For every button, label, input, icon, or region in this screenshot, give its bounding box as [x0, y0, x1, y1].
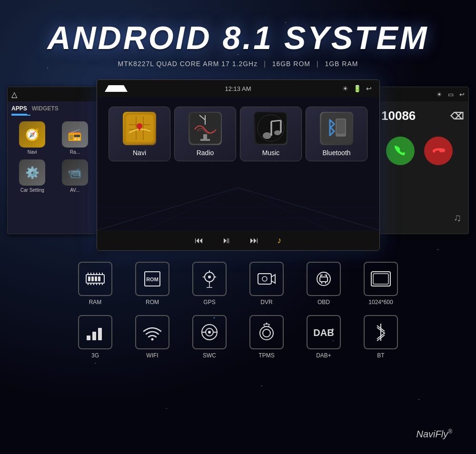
center-app-bluetooth[interactable]: ᛒ Bluetooth [306, 107, 367, 161]
svg-point-81 [208, 331, 211, 334]
separator2: | [317, 60, 319, 68]
dvr-label: DVR [260, 299, 272, 306]
svg-line-32 [238, 188, 329, 230]
navi-app-icon [123, 112, 156, 145]
svg-rect-75 [98, 328, 102, 340]
svg-rect-64 [258, 274, 271, 284]
svg-rect-73 [87, 336, 90, 340]
dab-icon: DAB + [312, 324, 336, 341]
right-music-icon: ♫ [454, 212, 462, 224]
svg-line-33 [192, 188, 238, 230]
svg-text:ᛒ: ᛒ [326, 118, 337, 138]
brand-name: NaviFly [416, 429, 448, 439]
svg-line-29 [97, 188, 238, 230]
left-app-settings[interactable]: ⚙️ Car Setting [13, 159, 51, 193]
svg-point-20 [263, 132, 271, 139]
svg-line-31 [144, 188, 238, 230]
next-button[interactable]: ⏭ [250, 236, 258, 246]
center-app-navi[interactable]: Navi [109, 107, 170, 161]
svg-text:+: + [331, 326, 334, 332]
svg-marker-65 [271, 275, 275, 283]
battery-r-icon: ▭ [448, 91, 454, 98]
gps-icon [199, 268, 220, 289]
wifi-label: WIFI [146, 352, 158, 359]
feature-resolution: 1024*600 [359, 262, 402, 306]
resolution-box [364, 262, 398, 296]
perspective-floor [97, 188, 379, 230]
bt-icon [372, 322, 389, 343]
bluetooth-app-label: Bluetooth [322, 149, 350, 157]
accept-call-button[interactable] [386, 137, 415, 165]
left-app-radio[interactable]: 📻 Ra... [56, 121, 94, 155]
left-app-navi[interactable]: 🧭 Navi [13, 121, 51, 155]
center-app-music[interactable]: Music [240, 107, 302, 161]
svg-rect-12 [200, 139, 210, 141]
rom-box: ROM [135, 262, 169, 296]
home-icon: △ [11, 90, 17, 99]
tab-widgets[interactable]: WIDGETS [32, 105, 59, 115]
svg-point-67 [317, 272, 330, 286]
backspace-icon[interactable]: ⌫ [450, 110, 464, 122]
wifi-box [135, 315, 169, 349]
gps-box [192, 262, 227, 296]
tab-apps[interactable]: APPS [11, 105, 27, 115]
phone-number-text: 10086 [381, 109, 416, 123]
center-time: 12:13 AM [218, 80, 259, 97]
tpms-box [249, 315, 284, 349]
settings-label: Car Setting [20, 188, 44, 193]
swc-icon [199, 322, 220, 343]
left-screen: △ APPS WIDGETS 🧭 Navi 📻 Ra... ⚙️ Car Set… [7, 87, 100, 234]
brand-registered: ® [448, 428, 452, 435]
features-row-2: 3G WIFI [74, 315, 402, 359]
3g-box [78, 315, 112, 349]
feature-ram: RAM [74, 262, 117, 306]
brightness-icon: ☀ [342, 85, 348, 92]
svg-point-83 [263, 329, 270, 337]
left-app-av[interactable]: 📹 AV... [56, 159, 94, 193]
radio-app-label: Radio [197, 149, 214, 157]
prev-button[interactable]: ⏮ [195, 236, 203, 246]
bt-label: BT [377, 352, 384, 359]
feature-bt: BT [359, 315, 402, 359]
av-icon-box: 📹 [62, 159, 88, 186]
back-icon: ↩ [366, 85, 372, 92]
3g-label: 3G [91, 352, 99, 359]
play-pause-button[interactable]: ⏯ [222, 236, 231, 246]
svg-line-34 [238, 188, 287, 230]
dvr-box [249, 262, 284, 296]
resolution-label: 1024*600 [368, 299, 393, 306]
phone-accept-icon [394, 144, 407, 158]
bt-box [364, 315, 398, 349]
av-label: AV... [70, 188, 79, 193]
feature-wifi: WIFI [131, 315, 174, 359]
tpms-icon [257, 322, 276, 343]
bluetooth-app-icon: ᛒ [320, 112, 353, 145]
navi-icon-box: 🧭 [19, 121, 45, 148]
center-screen: 12:13 AM ☀ 🔋 ↩ [97, 79, 380, 251]
call-buttons [377, 127, 468, 175]
obd-box [307, 262, 341, 296]
features-row-1: RAM ROM ROM [74, 262, 402, 306]
decline-call-button[interactable] [424, 137, 453, 165]
dab-box: DAB + [307, 315, 341, 349]
ram-box [78, 262, 112, 296]
center-app-radio[interactable]: Radio [174, 107, 236, 161]
navi-label: Navi [28, 149, 37, 155]
right-screen: ☀ ▭ ↩ 10086 ⌫ ♫ [376, 87, 469, 234]
center-top-bar: 12:13 AM ☀ 🔋 ↩ [97, 80, 379, 97]
svg-rect-68 [320, 277, 327, 282]
ram-icon [85, 271, 105, 287]
obd-label: OBD [317, 299, 330, 306]
battery-icon: 🔋 [353, 85, 361, 92]
svg-rect-72 [373, 274, 388, 284]
header: ANDROID 8.1 SYSTEM MTK8227L QUAD CORE AR… [0, 0, 476, 72]
svg-rect-39 [91, 276, 94, 281]
feature-tpms: TPMS [245, 315, 288, 359]
resolution-icon [370, 270, 391, 288]
features-section: RAM ROM ROM [0, 262, 476, 359]
center-bottom-bar: ⏮ ⏯ ⏭ ♪ [97, 230, 379, 250]
back-r-icon: ↩ [459, 91, 465, 98]
phone-number: 10086 ⌫ [377, 101, 468, 127]
spec-ram: 1GB RAM [325, 60, 358, 68]
right-top-bar: ☀ ▭ ↩ [377, 87, 468, 101]
